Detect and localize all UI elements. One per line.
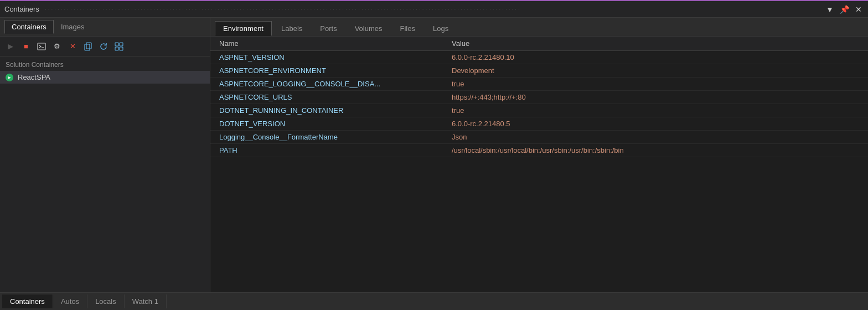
running-indicator — [6, 74, 13, 81]
table-row: ASPNETCORE_ENVIRONMENT Development — [210, 64, 868, 78]
window-title: Containers — [4, 5, 39, 13]
settings-button[interactable]: ⚙ — [51, 40, 63, 53]
tab-containers[interactable]: Containers — [4, 20, 54, 34]
table-row: PATH /usr/local/sbin:/usr/local/bin:/usr… — [210, 144, 868, 157]
table-row: Logging__Console__FormatterName Json — [210, 131, 868, 144]
tab-logs[interactable]: Logs — [425, 21, 457, 36]
env-name: Logging__Console__FormatterName — [219, 133, 452, 141]
chevron-down-icon[interactable]: ▼ — [825, 5, 835, 14]
pin-icon[interactable]: 📌 — [839, 5, 849, 14]
env-name: ASPNETCORE_URLS — [219, 93, 452, 101]
tab-environment[interactable]: Environment — [215, 21, 272, 36]
solution-label: Solution Containers — [0, 56, 210, 71]
env-name: ASPNETCORE_ENVIRONMENT — [219, 66, 452, 75]
header-name: Name — [219, 39, 452, 48]
left-panel: Containers Images ▶ ■ ⚙ ✕ — [0, 18, 210, 292]
title-bar: Containers ·····························… — [0, 1, 868, 18]
env-value: Development — [452, 66, 859, 75]
svg-rect-5 — [120, 43, 123, 46]
table-row: ASPNET_VERSION 6.0.0-rc.2.21480.10 — [210, 51, 868, 64]
svg-rect-6 — [115, 47, 118, 50]
tab-volumes[interactable]: Volumes — [347, 21, 391, 36]
table-header: Name Value — [210, 37, 868, 51]
stop-button[interactable]: ■ — [20, 40, 32, 53]
env-name: DOTNET_RUNNING_IN_CONTAINER — [219, 106, 452, 115]
svg-rect-3 — [85, 44, 90, 50]
content-area: Containers Images ▶ ■ ⚙ ✕ — [0, 18, 868, 292]
main-window: Containers ·····························… — [0, 0, 868, 310]
bottom-tab-bar: Containers Autos Locals Watch 1 — [0, 292, 868, 310]
title-bar-left: Containers — [4, 5, 39, 13]
title-bar-dots: ········································… — [39, 6, 825, 12]
bottom-tab-containers[interactable]: Containers — [2, 294, 53, 308]
env-name: PATH — [219, 146, 452, 154]
title-bar-actions: ▼ 📌 ✕ — [825, 5, 864, 14]
header-value: Value — [452, 39, 859, 48]
bottom-tab-locals[interactable]: Locals — [87, 294, 125, 308]
refresh-button[interactable] — [97, 40, 110, 53]
table-row: ASPNETCORE_LOGGING__CONSOLE__DISA... tru… — [210, 78, 868, 91]
tab-labels[interactable]: Labels — [273, 21, 311, 36]
env-name: ASPNET_VERSION — [219, 53, 452, 61]
remove-button[interactable]: ✕ — [66, 40, 79, 53]
svg-rect-2 — [86, 43, 91, 49]
right-tab-row: Environment Labels Ports Volumes Files L… — [210, 18, 868, 37]
bottom-tab-autos[interactable]: Autos — [53, 294, 87, 308]
tab-ports[interactable]: Ports — [312, 21, 345, 36]
env-value: 6.0.0-rc.2.21480.5 — [452, 120, 859, 128]
table-row: ASPNETCORE_URLS https://+:443;http://+:8… — [210, 91, 868, 104]
table-row: DOTNET_VERSION 6.0.0-rc.2.21480.5 — [210, 117, 868, 131]
copy-button[interactable] — [82, 40, 94, 53]
close-icon[interactable]: ✕ — [854, 5, 864, 14]
toolbar: ▶ ■ ⚙ ✕ — [0, 37, 210, 56]
env-value: true — [452, 80, 859, 88]
right-panel: Environment Labels Ports Volumes Files L… — [210, 18, 868, 292]
container-name: ReactSPA — [18, 73, 50, 81]
env-value: https://+:443;http://+:80 — [452, 93, 859, 101]
env-value: /usr/local/sbin:/usr/local/bin:/usr/sbin… — [452, 146, 859, 154]
env-value: 6.0.0-rc.2.21480.10 — [452, 53, 859, 61]
environment-table: Name Value ASPNET_VERSION 6.0.0-rc.2.214… — [210, 37, 868, 292]
attach-button[interactable] — [113, 40, 125, 53]
env-value: Json — [452, 133, 859, 141]
bottom-tab-watch1[interactable]: Watch 1 — [125, 294, 167, 308]
start-button[interactable]: ▶ — [4, 40, 17, 53]
svg-rect-4 — [115, 43, 118, 46]
left-tab-row: Containers Images — [0, 18, 210, 37]
svg-rect-7 — [120, 47, 123, 50]
container-item-reactspa[interactable]: ReactSPA — [0, 71, 210, 84]
env-name: ASPNETCORE_LOGGING__CONSOLE__DISA... — [219, 80, 452, 88]
table-row: DOTNET_RUNNING_IN_CONTAINER true — [210, 104, 868, 117]
env-value: true — [452, 106, 859, 115]
env-name: DOTNET_VERSION — [219, 120, 452, 128]
terminal-button[interactable] — [35, 40, 48, 53]
tab-images[interactable]: Images — [54, 20, 92, 34]
tab-files[interactable]: Files — [392, 21, 423, 36]
